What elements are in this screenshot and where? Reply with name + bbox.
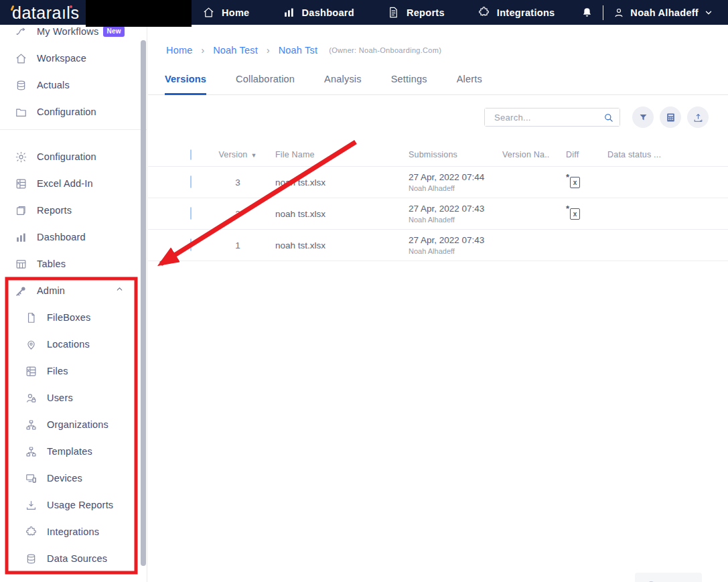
sidebar-item-configuration[interactable]: Configuration	[0, 143, 147, 170]
file-icon	[25, 311, 38, 324]
upload-icon	[693, 112, 704, 123]
breadcrumb-home[interactable]: Home	[166, 45, 192, 56]
diff-icon[interactable]: x	[570, 208, 580, 220]
sidebar-item-locations[interactable]: Locations	[0, 331, 147, 358]
sidebar-scrollbar[interactable]	[141, 40, 146, 566]
download-icon	[25, 499, 38, 512]
sidebar-item-my-workflows[interactable]: My WorkflowsNew	[0, 25, 147, 45]
sidebar-item-label: Dashboard	[37, 232, 86, 242]
sidebar-item-tables[interactable]: Tables	[0, 250, 147, 277]
map-pin-icon	[25, 338, 38, 351]
sidebar-item-admin[interactable]: Admin	[0, 277, 147, 304]
table-row-version-2[interactable]: 2noah tst.xlsx27 Apr, 2022 07:43Noah Alh…	[148, 198, 728, 230]
toolbar	[148, 106, 728, 128]
notifications-bell-button[interactable]	[581, 6, 593, 19]
sidebar-item-configuration[interactable]: Configuration	[0, 98, 147, 125]
sidebar-item-label: Organizations	[47, 419, 108, 430]
sidebar-item-label: My Workflows	[37, 26, 98, 37]
sidebar-item-label: Configuration	[37, 106, 96, 117]
select-all-checkbox[interactable]	[190, 149, 192, 160]
puzzle-icon	[25, 526, 38, 538]
filter-button[interactable]	[632, 106, 654, 128]
nav-item-home[interactable]: Home	[202, 6, 250, 19]
logo-i-dot	[70, 5, 72, 8]
submissions-cell: 27 Apr, 2022 07:43Noah Alhadeff	[409, 204, 502, 224]
nav-item-reports[interactable]: Reports	[387, 6, 445, 19]
sidebar-item-label: Devices	[47, 473, 82, 484]
document-icon	[387, 6, 400, 19]
org-icon	[25, 445, 38, 458]
diff-icon[interactable]: x	[570, 177, 580, 188]
sidebar-item-excel-add-in[interactable]: Excel Add-In	[0, 170, 147, 197]
sidebar-item-devices[interactable]: Devices	[0, 465, 147, 492]
sidebar-item-reports[interactable]: Reports	[0, 197, 147, 224]
breadcrumb-noah-tst[interactable]: Noah Tst	[279, 45, 318, 56]
filter-icon	[638, 112, 649, 123]
chevron-up-icon	[115, 285, 128, 297]
sidebar-item-label: Files	[47, 366, 68, 376]
bell-icon	[581, 6, 593, 19]
sidebar-item-label: Locations	[47, 339, 90, 350]
sidebar-item-fileboxes[interactable]: FileBoxes	[0, 304, 147, 331]
sidebar-item-label: Integrations	[47, 526, 99, 537]
sidebar-item-integrations[interactable]: Integrations	[0, 518, 147, 545]
column-header-version-name[interactable]: Version Na..	[502, 150, 566, 159]
column-header-version[interactable]: Version▼	[218, 150, 257, 159]
sidebar-item-files[interactable]: Files	[0, 358, 147, 384]
nav-item-integrations[interactable]: Integrations	[478, 6, 555, 19]
column-header-diff[interactable]: Diff	[566, 150, 607, 159]
tab-versions[interactable]: Versions	[165, 74, 206, 95]
row-checkbox[interactable]	[190, 238, 192, 251]
devices-icon	[25, 472, 38, 485]
search-icon[interactable]	[603, 112, 614, 123]
sidebar-item-label: Actuals	[37, 80, 70, 90]
calculator-button[interactable]	[660, 106, 681, 128]
key-icon	[15, 285, 27, 297]
sidebar-item-actuals[interactable]: Actuals	[0, 72, 147, 98]
tab-collaboration[interactable]: Collaboration	[236, 74, 295, 95]
sidebar-item-data-sources[interactable]: Data Sources	[0, 545, 147, 572]
diff-cell: x	[566, 208, 607, 220]
datarails-logo[interactable]: dataraıls	[12, 1, 87, 25]
search-box	[484, 108, 620, 127]
sidebar-item-label: Data Sources	[47, 553, 107, 564]
new-badge: New	[103, 26, 124, 37]
column-header-file-name[interactable]: File Name	[265, 150, 409, 159]
table-row-version-1[interactable]: 1noah tst.xlsx27 Apr, 2022 07:43Noah Alh…	[148, 230, 728, 261]
sidebar-item-label: Templates	[47, 446, 92, 457]
tab-analysis[interactable]: Analysis	[324, 74, 362, 95]
column-header-submissions[interactable]: Submissions	[409, 150, 502, 159]
upload-button[interactable]	[687, 106, 709, 128]
person-icon	[613, 7, 625, 19]
row-checkbox[interactable]	[190, 207, 192, 220]
submissions-cell: 27 Apr, 2022 07:44Noah Alhadeff	[409, 172, 502, 192]
nav-item-dashboard[interactable]: Dashboard	[283, 6, 354, 19]
report-icon	[15, 204, 27, 217]
sidebar: My WorkflowsNewWorkspaceActualsConfigura…	[0, 25, 147, 582]
compare-button[interactable]: Compare	[635, 573, 702, 582]
search-input[interactable]	[485, 108, 620, 126]
file-name-cell: noah tst.xlsx	[265, 240, 409, 250]
tab-alerts[interactable]: Alerts	[457, 74, 482, 95]
sidebar-item-users[interactable]: Users	[0, 384, 147, 411]
puzzle-icon	[478, 6, 490, 19]
user-name: Noah Alhadeff	[630, 7, 699, 18]
sidebar-item-dashboard[interactable]: Dashboard	[0, 224, 147, 250]
sidebar-item-usage-reports[interactable]: Usage Reports	[0, 492, 147, 518]
breadcrumb: Home › Noah Test › Noah Tst (Owner: Noah…	[166, 45, 728, 56]
sidebar-item-templates[interactable]: Templates	[0, 438, 147, 465]
breadcrumb-separator: ›	[267, 45, 270, 56]
sidebar-item-workspace[interactable]: Workspace	[0, 45, 147, 72]
user-menu[interactable]: Noah Alhadeff	[613, 7, 713, 19]
excel-icon	[25, 365, 38, 378]
file-name-cell: noah tst.xlsx	[265, 177, 409, 188]
sidebar-item-organizations[interactable]: Organizations	[0, 411, 147, 438]
tab-settings[interactable]: Settings	[391, 74, 427, 95]
bar-chart-icon	[15, 231, 27, 244]
row-checkbox[interactable]	[190, 175, 192, 188]
version-cell: 1	[235, 240, 240, 250]
breadcrumb-noah-test[interactable]: Noah Test	[213, 45, 258, 56]
column-header-data-status[interactable]: Data status ...	[607, 150, 728, 159]
org-icon	[25, 419, 38, 431]
table-row-version-3[interactable]: 3noah tst.xlsx27 Apr, 2022 07:44Noah Alh…	[148, 167, 728, 198]
